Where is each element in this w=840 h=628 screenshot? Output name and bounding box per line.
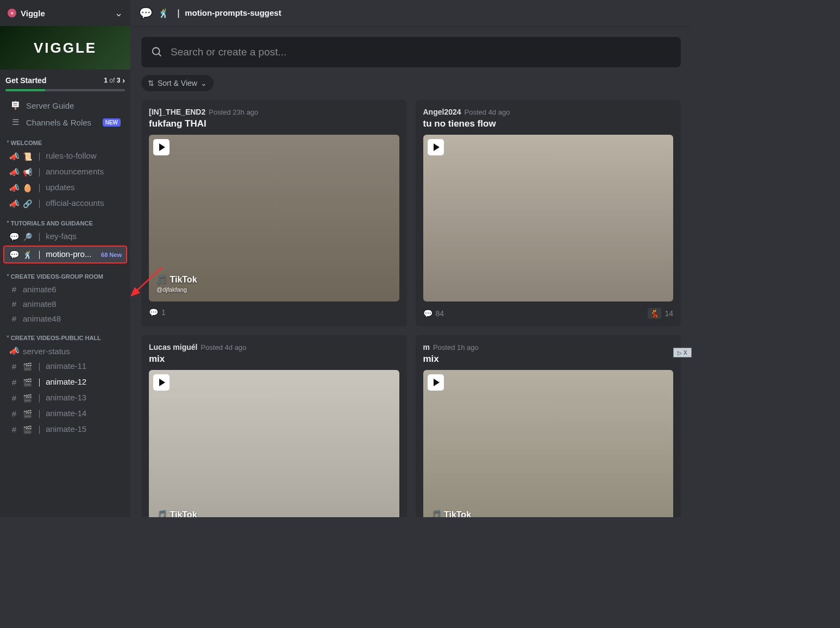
forum-post-card[interactable]: mPosted 1h agomix🎵 TikTok@ocastrin <box>416 335 681 517</box>
channel-emoji: 🎬 <box>23 378 32 387</box>
post-timestamp: Posted 1h ago <box>433 343 479 351</box>
channel-rules-to-follow[interactable]: 📣📜｜ rules-to-follow <box>4 148 126 164</box>
comment-count: 84 <box>436 309 444 318</box>
get-started-panel[interactable]: Get Started 1 of 3 › <box>0 70 130 97</box>
post-title: mix <box>149 354 399 365</box>
channel-motion-pro-[interactable]: 💬🕺｜ motion-pro...68 New <box>4 247 126 262</box>
post-timestamp: Posted 4d ago <box>200 343 246 351</box>
channel-animate-12[interactable]: #🎬｜ animate-12 <box>4 374 126 390</box>
server-banner: VIGGLE <box>0 26 130 70</box>
channel-key-faqs[interactable]: 💬🔎｜ key-faqs <box>4 229 126 244</box>
post-timestamp: Posted 23h ago <box>209 108 258 116</box>
channel-label: ｜ official-accounts <box>35 198 104 209</box>
post-timestamp: Posted 4d ago <box>465 108 510 116</box>
channel-label: animate48 <box>23 314 61 323</box>
new-badge: NEW <box>103 118 121 127</box>
channel-animate8[interactable]: #animate8 <box>4 297 126 311</box>
channel-label: ｜ animate-15 <box>35 424 86 435</box>
channel-label: ｜ motion-pro... <box>35 249 91 260</box>
channel-label: ｜ animate-13 <box>35 393 86 403</box>
chevron-right-icon: › <box>122 76 125 85</box>
post-thumbnail[interactable]: 🎵 TikTok@ocastrin <box>423 370 674 517</box>
search-input[interactable] <box>171 46 671 58</box>
channel-label: ｜ animate-14 <box>35 409 86 419</box>
channel-server-status[interactable]: 📣server-status <box>4 343 126 359</box>
main-panel: 💬 🕺 ｜ motion-prompts-suggest ⇅ Sort & Vi… <box>130 0 692 517</box>
tiktok-watermark: 🎵 TikTok@oscarado71 <box>156 510 197 517</box>
hash-icon: # <box>9 299 20 309</box>
post-title: mix <box>423 354 674 365</box>
comment-icon: 💬 <box>423 309 432 318</box>
forum-icon: 💬 <box>139 7 153 20</box>
forum-search[interactable] <box>141 37 681 67</box>
channel-emoji: 🎬 <box>23 425 32 434</box>
server-icon: ✦ <box>8 9 16 17</box>
tiktok-watermark: 🎵 TikTok@ocastrin <box>431 510 472 517</box>
channel-emoji: 🎬 <box>23 394 32 403</box>
channel-animate-14[interactable]: #🎬｜ animate-14 <box>4 406 126 422</box>
channel-label: ｜ animate-12 <box>35 377 86 387</box>
ad-corner-badge[interactable]: ▷ X <box>673 348 692 357</box>
channels-roles-link[interactable]: ☰ Channels & Roles NEW <box>4 114 126 130</box>
play-icon <box>153 374 170 391</box>
category-header[interactable]: CREATE VIDEOS-PUBLIC HALL <box>4 326 126 343</box>
sort-view-button[interactable]: ⇅ Sort & View ⌄ <box>141 75 214 91</box>
forum-icon: 💬 <box>9 232 20 242</box>
channel-official-accounts[interactable]: 📣🔗｜ official-accounts <box>4 196 126 211</box>
forum-post-card[interactable]: Angel2024Posted 4d agotu no tienes flow💬… <box>416 100 681 326</box>
comment-icon: 💬 <box>149 308 158 317</box>
comment-count: 1 <box>161 308 166 317</box>
channel-label: ｜ key-faqs <box>35 231 77 242</box>
post-author: Lucas miguél <box>149 343 197 351</box>
channel-animate6[interactable]: #animate6 <box>4 282 126 297</box>
megaphone-icon: 📣 <box>9 346 20 356</box>
channel-emoji: 🕺 <box>158 8 169 18</box>
channel-emoji: 🔗 <box>23 199 32 208</box>
channel-announcements[interactable]: 📣📢｜ announcements <box>4 164 126 180</box>
post-title: tu no tienes flow <box>423 118 674 129</box>
svg-point-1 <box>153 48 160 55</box>
category-header[interactable]: CREATE VIDEOS-GROUP ROOM <box>4 265 126 282</box>
forum-post-card[interactable]: [IN]_THE_END2Posted 23h agofukfang THAI🎵… <box>141 100 407 326</box>
post-author: Angel2024 <box>423 108 461 116</box>
signpost-icon: 🪧 <box>10 101 21 110</box>
channel-animate-13[interactable]: #🎬｜ animate-13 <box>4 390 126 406</box>
post-thumbnail[interactable] <box>423 135 674 302</box>
megaphone-icon: 📣 <box>9 152 20 161</box>
channel-updates[interactable]: 📣🥚｜ updates <box>4 180 126 196</box>
progress-bar <box>5 89 125 91</box>
server-guide-link[interactable]: 🪧 Server Guide <box>4 97 126 114</box>
post-thumbnail[interactable]: 🎵 TikTok@djfakfang <box>149 135 399 302</box>
play-icon <box>428 139 444 155</box>
post-thumbnail[interactable]: 🎵 TikTok@oscarado71 <box>149 370 399 517</box>
play-icon <box>153 139 170 155</box>
hash-icon: # <box>9 314 20 323</box>
channel-animate48[interactable]: #animate48 <box>4 311 126 326</box>
hash-icon: # <box>9 409 20 418</box>
search-icon <box>151 46 163 58</box>
channel-emoji: 🎬 <box>23 410 32 418</box>
hash-icon: # <box>9 285 20 294</box>
megaphone-icon: 📣 <box>9 199 20 209</box>
server-header[interactable]: ✦ Viggle ⌄ <box>0 0 130 26</box>
megaphone-icon: 📣 <box>9 183 20 193</box>
channel-animate-11[interactable]: #🎬｜ animate-11 <box>4 359 126 374</box>
get-started-label: Get Started <box>5 76 46 85</box>
forum-post-card[interactable]: Lucas miguélPosted 4d agomix🎵 TikTok@osc… <box>141 335 407 517</box>
reaction-emoji[interactable]: 💃 <box>648 308 661 319</box>
channel-label: animate6 <box>23 285 57 294</box>
reaction-count: 14 <box>665 309 673 318</box>
category-header[interactable]: WELCOME <box>4 131 126 148</box>
channel-label: ｜ announcements <box>35 167 104 177</box>
channel-emoji: 🎬 <box>23 362 32 371</box>
channel-label: ｜ rules-to-follow <box>35 151 97 161</box>
server-name: Viggle <box>21 9 45 18</box>
hash-icon: # <box>9 393 20 403</box>
svg-line-2 <box>159 54 161 56</box>
annotation-highlight: 💬🕺｜ motion-pro...68 New <box>3 246 127 263</box>
channel-header: 💬 🕺 ｜ motion-prompts-suggest <box>130 0 692 26</box>
channel-emoji: 🥚 <box>23 184 32 192</box>
channel-label: server-status <box>23 347 70 356</box>
category-header[interactable]: TUTORIALS AND GUIDANCE <box>4 211 126 229</box>
channel-animate-15[interactable]: #🎬｜ animate-15 <box>4 422 126 437</box>
